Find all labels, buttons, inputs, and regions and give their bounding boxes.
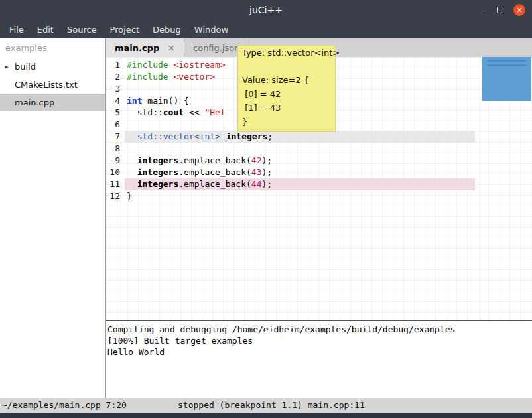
- code-segment: #include: [127, 60, 168, 70]
- code-segment: );: [262, 167, 273, 177]
- tab-label: main.cpp: [115, 43, 159, 53]
- line-number: 8: [106, 143, 125, 155]
- sidebar-item-main-cpp[interactable]: main.cpp: [0, 94, 105, 111]
- tree-item-label: CMakeLists.txt: [15, 80, 78, 90]
- code-segment: [127, 155, 137, 165]
- code-segment: 42: [251, 155, 262, 165]
- line-number: 6: [106, 119, 125, 131]
- code-segment: ;: [267, 131, 273, 141]
- code-segment: 44: [251, 179, 262, 189]
- code-segment: std: [137, 107, 153, 117]
- code-line[interactable]: integers.emplace_back(42);: [125, 155, 475, 167]
- minimize-button[interactable]: –: [482, 0, 487, 20]
- status-debug-state: stopped (breakpoint 1.1) main.cpp:11: [178, 400, 365, 410]
- sidebar-items: ▸buildCMakeLists.txtmain.cpp: [0, 58, 105, 111]
- tab-main-cpp[interactable]: main.cpp×: [106, 38, 184, 57]
- code-segment: );: [262, 179, 273, 189]
- code-segment: .emplace_back(: [178, 179, 251, 189]
- bottom-strip: [0, 413, 532, 418]
- tooltip-value-line: [0] = 42: [242, 87, 331, 101]
- code-line[interactable]: std::vector<int> integers;: [125, 131, 475, 143]
- code-segment: [220, 131, 226, 141]
- code-line[interactable]: integers.emplace_back(44);: [125, 178, 475, 190]
- menu-item-project[interactable]: Project: [103, 25, 146, 35]
- code-line[interactable]: [125, 143, 475, 155]
- scroll-overview[interactable]: [482, 57, 531, 101]
- code-segment: .emplace_back(: [178, 167, 251, 177]
- line-number: 9: [106, 155, 125, 167]
- code-line[interactable]: }: [125, 190, 475, 202]
- code-segment: [127, 167, 137, 177]
- editor-line: 9 integers.emplace_back(42);: [106, 155, 532, 167]
- expander-icon[interactable]: ▸: [5, 62, 9, 71]
- line-number: 7: [106, 131, 125, 143]
- editor-line: 11 integers.emplace_back(44);: [106, 178, 532, 190]
- editor-line: 8: [106, 143, 532, 155]
- code-segment: integers: [137, 155, 179, 165]
- code-segment: }: [127, 191, 132, 201]
- code-segment: 43: [251, 167, 262, 177]
- maximize-button[interactable]: [497, 7, 503, 13]
- window-controls: – ×: [482, 0, 525, 20]
- code-segment: <iostream>: [173, 60, 225, 70]
- line-number: 11: [106, 178, 125, 190]
- code-segment: integers: [226, 131, 268, 141]
- tooltip-value-lines: Value: size=2 { [0] = 42 [1] = 43}: [242, 73, 331, 129]
- tree-item-label: main.cpp: [15, 98, 54, 107]
- close-button[interactable]: ×: [513, 4, 525, 16]
- code-segment: integers: [137, 179, 179, 189]
- tab-close-icon[interactable]: ×: [167, 42, 175, 53]
- code-segment: int: [127, 96, 142, 105]
- code-segment: main() {: [142, 96, 188, 105]
- overview-mark: [487, 60, 527, 62]
- tooltip-type-line: Type: std::vector<int>: [242, 48, 331, 61]
- code-segment: <vector>: [173, 72, 215, 82]
- debug-value-tooltip: Type: std::vector<int> Value: size=2 { […: [237, 45, 336, 132]
- code-segment: [127, 179, 137, 189]
- line-number: 2: [106, 71, 125, 83]
- line-number: 4: [106, 95, 125, 107]
- menu-item-source[interactable]: Source: [60, 25, 103, 35]
- status-file-position: ~/examples/main.cpp 7:20: [2, 400, 127, 410]
- line-number: 10: [106, 167, 125, 178]
- terminal-line: Compiling and debugging /home/eidheim/ex…: [107, 324, 532, 335]
- editor-line: 12}: [106, 190, 532, 202]
- code-segment: [127, 107, 137, 117]
- line-number: 1: [106, 59, 125, 71]
- sidebar-item-build[interactable]: ▸build: [0, 58, 105, 76]
- code-line[interactable]: integers.emplace_back(43);: [125, 167, 475, 178]
- tree-item-label: build: [15, 62, 36, 72]
- code-segment: <<: [184, 107, 204, 117]
- sidebar-item-cmakelists-txt[interactable]: CMakeLists.txt: [0, 76, 105, 94]
- terminal-line: [100%] Built target examples: [107, 335, 532, 346]
- code-segment: cout: [163, 107, 184, 117]
- tooltip-value-line: Value: size=2 {: [242, 73, 331, 87]
- line-number: 5: [106, 107, 125, 119]
- tooltip-value-line: }: [242, 115, 331, 129]
- menu-item-file[interactable]: File: [3, 25, 31, 35]
- window-title: juCi++: [249, 5, 283, 15]
- code-segment: #include: [127, 72, 168, 82]
- terminal-line: Hello World: [107, 346, 532, 358]
- overview-mark: [487, 64, 527, 66]
- right-margin-line: [480, 57, 480, 320]
- app-window: juCi++ – × FileEditSourceProjectDebugWin…: [0, 0, 532, 418]
- statusbar: ~/examples/main.cpp 7:20 stopped (breakp…: [0, 398, 532, 413]
- code-segment: "Hel: [204, 107, 225, 117]
- titlebar: juCi++ – ×: [0, 0, 532, 20]
- tooltip-value-line: [1] = 43: [242, 101, 331, 115]
- menu-item-edit[interactable]: Edit: [31, 25, 60, 35]
- code-segment: .emplace_back(: [178, 155, 251, 165]
- line-number: 12: [106, 190, 125, 202]
- menubar: FileEditSourceProjectDebugWindow: [0, 20, 532, 38]
- code-segment: [127, 131, 137, 141]
- code-segment: );: [262, 155, 273, 165]
- editor-line: 10 integers.emplace_back(43);: [106, 167, 532, 178]
- menu-item-debug[interactable]: Debug: [146, 25, 188, 35]
- code-segment: std::vector<int>: [137, 131, 220, 141]
- file-tree-sidebar: examples ▸buildCMakeLists.txtmain.cpp: [0, 38, 106, 398]
- tab-label: config.json: [193, 43, 240, 53]
- line-number: 3: [106, 83, 125, 95]
- editor-line: 7 std::vector<int> integers;: [106, 131, 532, 143]
- menu-item-window[interactable]: Window: [188, 25, 235, 35]
